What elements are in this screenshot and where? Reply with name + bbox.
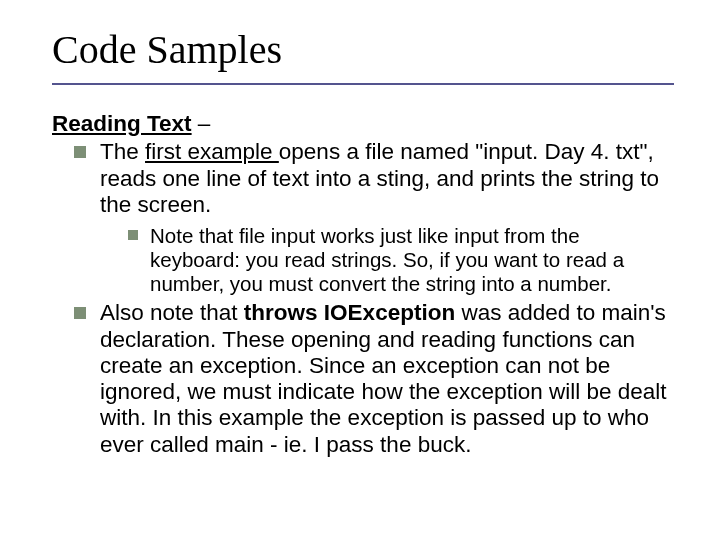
bullet-text-pre: Also note that <box>100 300 244 325</box>
section-heading-suffix: – <box>192 111 211 136</box>
bullet-text-pre: The <box>100 139 145 164</box>
title-underline <box>52 83 674 85</box>
bullet-list: The first example opens a file named "in… <box>52 139 674 458</box>
section-heading: Reading Text – <box>52 111 674 137</box>
bold-throws-ioexception: throws IOException <box>244 300 455 325</box>
slide: Code Samples Reading Text – The first ex… <box>0 0 720 540</box>
slide-title: Code Samples <box>52 26 674 83</box>
bullet-item: The first example opens a file named "in… <box>74 139 674 296</box>
section-heading-text: Reading Text <box>52 111 192 136</box>
sub-bullet-list: Note that file input works just like inp… <box>100 224 674 296</box>
first-example-link[interactable]: first example <box>145 139 279 164</box>
sub-bullet-item: Note that file input works just like inp… <box>128 224 674 296</box>
slide-content: Reading Text – The first example opens a… <box>52 111 674 458</box>
sub-bullet-text: Note that file input works just like inp… <box>150 224 624 295</box>
bullet-item: Also note that throws IOException was ad… <box>74 300 674 458</box>
